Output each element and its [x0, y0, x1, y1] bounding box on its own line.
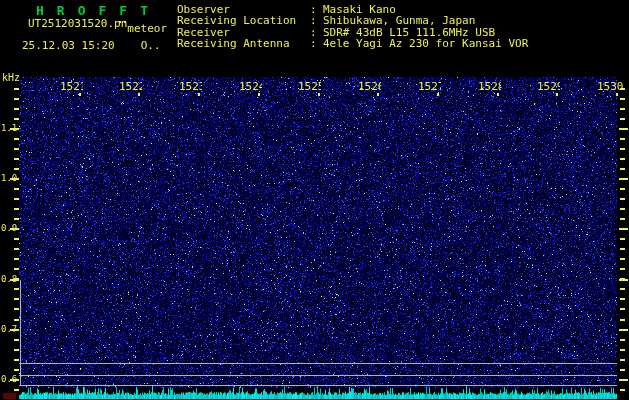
- x-tick-label: 1523: [179, 80, 202, 93]
- x-tick-label: 1525: [298, 80, 321, 93]
- y-tick-label: 1.0: [1, 173, 17, 183]
- y-tick-label: 0.8: [1, 274, 17, 284]
- overwritten-char-artifact: [124, 21, 126, 23]
- overwritten-char-artifact: [119, 21, 121, 23]
- x-tick-label: 1529: [537, 80, 560, 93]
- info-label: Receiving Antenna: [177, 38, 310, 49]
- x-tick-label: 1522: [119, 80, 142, 93]
- date-text: 25.12.03: [22, 39, 75, 52]
- y-tick-label: 0.9: [1, 223, 17, 233]
- station-info: Observer:Masaki Kano Receiving Location:…: [177, 4, 528, 49]
- y-axis-unit-label: kHz: [2, 72, 20, 83]
- info-label: Receiving Location: [177, 15, 310, 26]
- info-colon: :: [310, 38, 323, 49]
- filename-line: UT2512031520.pnmeteor: [28, 17, 167, 30]
- time-text: 15:20: [82, 39, 115, 52]
- mode-label: meteor: [127, 22, 167, 35]
- status-counter: O..: [141, 39, 161, 52]
- filename-text: UT2512031520.pn: [28, 17, 127, 30]
- x-tick-label: 1524: [239, 80, 262, 93]
- x-tick-label: 1527: [418, 80, 441, 93]
- x-tick-label: 1528: [478, 80, 501, 93]
- x-tick-label: 1526: [358, 80, 381, 93]
- info-value: 4ele Yagi Az 230 for Kansai VOR: [323, 37, 528, 50]
- x-tick-label: 1530: [597, 80, 628, 93]
- y-tick-label: 0.7: [1, 324, 17, 334]
- info-colon: :: [310, 15, 323, 26]
- hrofft-screen: HROFFT UT2512031520.pnmeteor 25.12.03 15…: [0, 0, 629, 400]
- x-tick-label: 1521: [60, 80, 83, 93]
- spectrogram-canvas: [0, 0, 629, 400]
- app-title: HROFFT: [36, 3, 161, 18]
- y-tick-label: 1.1: [1, 123, 17, 133]
- y-tick-label: 0.6: [1, 374, 17, 384]
- info-row-antenna: Receiving Antenna:4ele Yagi Az 230 for K…: [177, 38, 528, 49]
- datetime-line: 25.12.03 15:20O..: [22, 39, 161, 52]
